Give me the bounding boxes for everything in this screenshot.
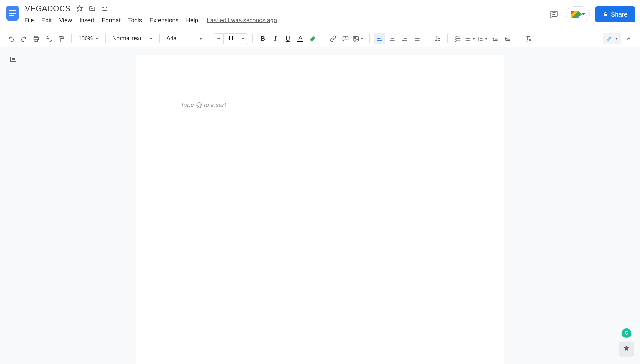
line-spacing-button[interactable] <box>432 33 443 44</box>
redo-button[interactable] <box>18 33 29 44</box>
font-size-control: − + <box>214 33 248 44</box>
svg-rect-31 <box>467 37 470 37</box>
svg-rect-8 <box>353 36 359 41</box>
bulleted-list-button[interactable] <box>465 33 476 44</box>
highlight-button[interactable] <box>307 33 318 44</box>
star-icon[interactable] <box>76 4 84 12</box>
explore-button[interactable] <box>619 342 634 356</box>
chevron-down-icon <box>615 38 618 40</box>
svg-point-30 <box>466 40 467 41</box>
share-button[interactable]: Share <box>595 6 635 22</box>
paint-format-button[interactable] <box>56 33 67 44</box>
print-button[interactable] <box>31 33 42 44</box>
chevron-down-icon <box>199 38 202 40</box>
grammarly-badge[interactable]: G <box>622 328 631 338</box>
decrease-font-size-button[interactable]: − <box>214 34 223 44</box>
zoom-select[interactable]: 100% <box>76 33 101 44</box>
last-edit-link[interactable]: Last edit was seconds ago <box>207 17 277 24</box>
increase-font-size-button[interactable]: + <box>238 34 248 44</box>
underline-button[interactable]: U <box>282 33 293 44</box>
comments-button[interactable] <box>548 8 560 21</box>
menu-view[interactable]: View <box>58 16 72 25</box>
document-outline-button[interactable] <box>8 54 19 65</box>
decrease-indent-button[interactable] <box>490 33 501 44</box>
checklist-button[interactable] <box>452 33 463 44</box>
editor-workspace: Type @ to insert G <box>0 47 640 364</box>
align-justify-button[interactable] <box>412 33 423 44</box>
bold-button[interactable]: B <box>257 33 268 44</box>
editor-placeholder: Type @ to insert <box>180 101 226 108</box>
svg-point-29 <box>466 38 467 39</box>
toolbar: 100% Normal text Arial − + B I U A <box>0 30 640 47</box>
cloud-status-icon[interactable] <box>101 4 109 12</box>
move-icon[interactable] <box>88 4 96 12</box>
insert-image-button[interactable] <box>352 33 365 44</box>
italic-button[interactable]: I <box>270 33 281 44</box>
hide-menus-button[interactable] <box>623 33 634 44</box>
spellcheck-button[interactable] <box>43 33 54 44</box>
docs-icon <box>6 6 19 21</box>
svg-text:3: 3 <box>478 39 479 42</box>
document-page[interactable]: Type @ to insert <box>136 55 504 364</box>
paragraph-style-value: Normal text <box>112 35 141 42</box>
menu-help[interactable]: Help <box>185 16 199 25</box>
svg-point-28 <box>466 37 467 37</box>
undo-button[interactable] <box>6 33 17 44</box>
text-color-button[interactable]: A <box>295 33 306 44</box>
share-label: Share <box>611 11 628 18</box>
svg-marker-0 <box>77 6 82 11</box>
align-left-button[interactable] <box>374 33 385 44</box>
menu-edit[interactable]: Edit <box>41 16 52 25</box>
document-title[interactable]: VEGADOCS <box>24 3 72 14</box>
menu-file[interactable]: File <box>24 16 35 25</box>
paragraph-style-select[interactable]: Normal text <box>110 33 155 44</box>
pencil-icon <box>606 36 612 42</box>
menu-insert[interactable]: Insert <box>79 16 95 25</box>
insert-comment-button[interactable] <box>340 33 351 44</box>
font-select[interactable]: Arial <box>164 33 205 44</box>
zoom-value: 100% <box>78 35 93 42</box>
svg-rect-33 <box>467 40 470 41</box>
chevron-down-icon <box>485 38 488 40</box>
meet-icon <box>571 11 579 18</box>
app-logo[interactable] <box>5 3 20 23</box>
font-value: Arial <box>167 35 178 42</box>
menu-tools[interactable]: Tools <box>128 16 142 25</box>
svg-point-9 <box>355 37 356 39</box>
menu-format[interactable]: Format <box>101 16 121 25</box>
chevron-down-icon <box>361 38 364 40</box>
header: VEGADOCS File Edit View Insert <box>0 0 640 30</box>
clear-formatting-button[interactable] <box>522 33 534 44</box>
lock-icon <box>603 12 608 17</box>
insert-link-button[interactable] <box>328 33 339 44</box>
numbered-list-button[interactable]: 123 <box>477 33 488 44</box>
font-size-input[interactable] <box>223 34 238 44</box>
editing-mode-button[interactable] <box>603 33 621 44</box>
grammarly-label: G <box>625 330 628 336</box>
chevron-down-icon <box>582 13 585 15</box>
increase-indent-button[interactable] <box>502 33 513 44</box>
menu-extensions[interactable]: Extensions <box>149 16 179 25</box>
chevron-down-icon <box>472 38 475 40</box>
chevron-down-icon <box>95 38 98 40</box>
meet-button[interactable] <box>566 6 590 22</box>
align-center-button[interactable] <box>387 33 398 44</box>
chevron-down-icon <box>149 38 152 40</box>
svg-rect-32 <box>467 38 470 39</box>
menubar: File Edit View Insert Format Tools Exten… <box>24 15 548 26</box>
align-right-button[interactable] <box>399 33 410 44</box>
